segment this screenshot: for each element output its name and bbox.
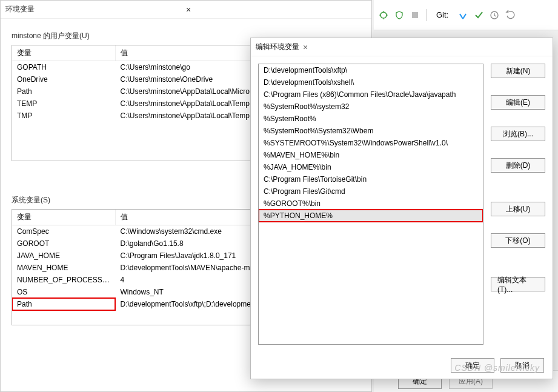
move-up-button[interactable]: 上移(U) (491, 202, 545, 216)
rollback-icon[interactable] (505, 10, 515, 20)
var-name: TMP (12, 110, 115, 122)
env-dialog-title: 环境变量 (5, 4, 182, 15)
var-name: JAVA_HOME (12, 250, 115, 262)
list-item[interactable]: D:\developmentTools\xshell\ (259, 76, 483, 88)
list-item[interactable]: %PYTHON_HOME% (259, 210, 483, 222)
env-dialog-titlebar[interactable]: 环境变量 × (1, 1, 371, 19)
edit-env-variable-dialog: 编辑环境变量 × D:\developmentTools\xftp\D:\dev… (250, 38, 553, 379)
var-name: TEMP (12, 98, 115, 110)
var-name: NUMBER_OF_PROCESSORS (12, 274, 115, 286)
coverage-icon[interactable] (394, 10, 404, 20)
history-icon[interactable] (490, 10, 499, 20)
new-button[interactable]: 新建(N) (491, 64, 545, 78)
list-item[interactable]: %SystemRoot%\system32 (259, 101, 483, 113)
ide-toolbar: Git: (374, 0, 558, 30)
edit-dialog-titlebar[interactable]: 编辑环境变量 × (251, 38, 553, 56)
bug-icon[interactable] (379, 10, 388, 20)
ok-button[interactable]: 确定 (451, 358, 494, 373)
toolbar-divider (426, 9, 427, 21)
git-label: Git: (436, 10, 448, 19)
edit-dialog-title: 编辑环境变量 (256, 42, 299, 52)
update-icon[interactable] (458, 10, 468, 20)
var-name: MAVEN_HOME (12, 262, 115, 274)
commit-check-icon[interactable] (474, 10, 483, 20)
edit-side-buttons: 新建(N) 编辑(E) 浏览(B)... 删除(D) 上移(U) 下移(O) 编… (491, 64, 545, 345)
move-down-button[interactable]: 下移(O) (491, 233, 545, 248)
close-icon[interactable]: × (299, 42, 311, 52)
user-header-name[interactable]: 变量 (12, 45, 115, 61)
var-name: OneDrive (12, 73, 115, 85)
list-item[interactable]: %SystemRoot%\System32\Wbem (259, 125, 483, 137)
var-name: GOROOT (12, 238, 115, 250)
svg-point-0 (380, 12, 387, 18)
delete-button[interactable]: 删除(D) (491, 158, 545, 173)
var-name: ComSpec (12, 225, 115, 238)
stop-icon[interactable] (410, 10, 420, 20)
list-item[interactable]: %SYSTEMROOT%\System32\WindowsPowerShell\… (259, 137, 483, 149)
list-item[interactable]: D:\developmentTools\xftp\ (259, 64, 483, 76)
list-item[interactable]: C:\Program Files\Git\cmd (259, 185, 483, 198)
edit-button[interactable]: 编辑(E) (491, 95, 545, 110)
list-item[interactable]: %SystemRoot% (259, 113, 483, 125)
list-item[interactable]: %MAVEN_HOME%\bin (259, 149, 483, 161)
svg-rect-5 (412, 12, 418, 18)
cancel-button[interactable]: 取消 (500, 358, 544, 373)
sys-header-name[interactable]: 变量 (12, 210, 115, 225)
list-item[interactable]: %JAVA_HOME%\bin (259, 161, 483, 173)
list-item[interactable]: %GOROOT%\bin (259, 198, 483, 210)
var-name: Path (12, 85, 115, 98)
browse-button[interactable]: 浏览(B)... (491, 127, 545, 141)
path-entries-listbox[interactable]: D:\developmentTools\xftp\D:\developmentT… (258, 64, 483, 345)
list-item[interactable]: C:\Program Files (x86)\Common Files\Orac… (259, 88, 483, 101)
close-icon[interactable]: × (182, 5, 367, 15)
list-item[interactable]: C:\Program Files\TortoiseGit\bin (259, 173, 483, 185)
var-name: GOPATH (12, 61, 115, 74)
var-name: Path (12, 298, 115, 310)
var-name: OS (12, 286, 115, 298)
edit-text-button[interactable]: 编辑文本(T)... (491, 277, 545, 291)
